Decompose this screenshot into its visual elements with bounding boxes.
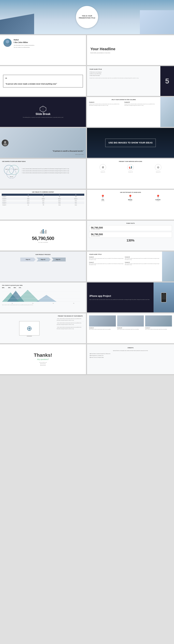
slide-services: PRESENT YOUR SERVICES WITH ICONS 🖥 Servi… — [87, 159, 174, 189]
hero-title-text: THIS IS YOUR PRESENTATION TITLE — [76, 15, 98, 19]
slide-maps: USE VECTOR MAPS TO SHOW DATA 📍 USA 12.00… — [87, 190, 174, 220]
funny-facts-title: FUNNY FACTS — [89, 223, 172, 224]
website-monitor: ⊕ — [2, 316, 57, 341]
svg-text:Title 01: Title 01 — [5, 169, 8, 170]
avatar — [3, 38, 11, 47]
hello-greeting: Hello! — [14, 39, 19, 41]
quote2-attribution: Author name is here — [75, 154, 84, 155]
shape-point-1: Italic is what the slide can demonstrate… — [23, 168, 69, 169]
chart-label-3: No — [53, 303, 54, 304]
fact-box-2: 56,790,500 Your value is presented — [89, 232, 172, 238]
iphone-image — [154, 282, 174, 312]
row-12: Thanks! Any questions? You can find us a… — [0, 344, 174, 375]
quote-mark: " — [5, 77, 81, 82]
row-3: " “A person who never made a mistake nev… — [0, 66, 174, 97]
slide-title1: YOUR SLIDE TITLE ☐ Write here a lot of f… — [87, 66, 174, 96]
three-col-a-title: Content A — [89, 328, 116, 328]
three-col-a-text: Italic is what the slide can demonstrate… — [89, 329, 116, 330]
monitor-frame: ⊕ — [19, 321, 40, 336]
fact-box-1: 56,790,500 Your value is presented — [89, 225, 172, 231]
slide-tables: USE TABLES TO COMPARE CONTENT A B C D — [0, 190, 87, 220]
svg-rect-13 — [43, 229, 44, 234]
slide-three-content: Content A Italic is what the slide can d… — [87, 314, 174, 343]
venn-diagram: Title 01 Title 02 Title 03 — [2, 163, 21, 178]
number-label: Your value is presented — [38, 242, 48, 243]
quote2-text-block: “A picture is worth a thousand words” Au… — [52, 150, 84, 156]
table-row: Content D ipsum dolor Dolce Dolor — [2, 202, 84, 204]
shapes-title: USE SHAPES TO EXPLAIN GREAT IDEAS — [2, 161, 84, 162]
slide-title1-heading: YOUR SLIDE TITLE — [89, 68, 158, 70]
slide-website: ⊕ PRESENT THE DESIGN OF YOUR WEBSITE – I… — [0, 314, 87, 343]
credits-list: ◉ Presentation template designed by Slid… — [90, 353, 171, 358]
headline-title: Your Headline — [90, 47, 171, 51]
svg-text:Title 03: Title 03 — [10, 176, 13, 177]
process-step-1: Steps 01 — [20, 258, 36, 262]
slide-title1-number-box: 5 — [160, 66, 174, 96]
map-europe: 📍 EUROPE 7.0,000 — [156, 195, 161, 201]
iphone-mockup — [161, 292, 167, 302]
credit-item-3: ◉ Vector Icons by Freepick Seller — [90, 356, 171, 358]
map-pin-brasil: 📍 — [128, 195, 133, 199]
map-usa-label: USA — [100, 199, 105, 200]
col-a-title: Content A — [89, 256, 124, 258]
slide-numbers: 56,790,500 Your value is presented — [0, 221, 87, 250]
process-step-3: Steps 03 — [50, 258, 66, 262]
service-item-1: 🖥 Service 01 — [100, 164, 106, 172]
slide-charts: Use charts to present your data 86% 50% … — [0, 282, 87, 312]
slide-title2: YOUR SLIDE TITLE Content A Italic is wha… — [87, 252, 174, 282]
table-row: Content C ipsum lorem ipsum lorem — [2, 200, 84, 202]
four-col-b: Content B Italic is what the slide can d… — [125, 256, 160, 260]
table-header: B — [35, 194, 51, 196]
mountain-chart — [2, 289, 81, 302]
website-point-2: – Italic is what the slide can demonstra… — [57, 322, 84, 326]
row-6: USE SHAPES TO EXPLAIN GREAT IDEAS Title … — [0, 159, 174, 190]
three-col-img-a — [89, 316, 116, 326]
quote1-text: “A person who never made a mistake never… — [5, 83, 81, 85]
website-title: PRESENT THE DESIGN OF YOUR WEBSITE — [57, 316, 84, 316]
svg-text:Title 02: Title 02 — [14, 169, 18, 170]
chart-percent-4: 37% — [19, 287, 21, 288]
presentation-container: THIS IS YOUR PRESENTATION TITLE Hello!I … — [0, 0, 174, 375]
svg-rect-14 — [44, 231, 45, 234]
table-row: Content B Alpha Baldwin Alfonso Balance — [2, 198, 84, 200]
slide-thanks: Thanks! Any questions? You can find us a… — [0, 344, 87, 374]
credits-title: CREDITS — [90, 347, 171, 348]
monitor-stand — [27, 336, 32, 336]
thanks-subtitle: Any questions? — [37, 358, 49, 360]
three-col-img-c — [145, 316, 172, 326]
service-icon-3: ⚙ — [155, 164, 161, 170]
slide-shapes: USE SHAPES TO EXPLAIN GREAT IDEAS Title … — [0, 159, 87, 189]
quote2-text: “A picture is worth a thousand words” — [52, 150, 84, 152]
service-label-2: Service 02 — [127, 172, 134, 172]
list-item: ☐ Write here a lot of features — [89, 72, 158, 73]
col-d-title: Content D — [125, 262, 160, 263]
chart-label-1: No — [12, 303, 13, 304]
map-europe-label: EUROPE — [156, 199, 161, 200]
chart-percent-1: 86% — [2, 287, 4, 288]
hello-text: Hello!I Am John Miller Your Description … — [14, 38, 35, 48]
three-col-c-title: Content C — [145, 328, 172, 328]
col-c-title: Content C — [89, 262, 124, 263]
chart-label-2: Yes — [32, 303, 33, 304]
row-7: USE TABLES TO COMPARE CONTENT A B C D — [0, 190, 174, 221]
three-col-a: Content A Italic is what the slide can d… — [89, 316, 116, 341]
iphone-speaker — [163, 294, 165, 294]
chart-percent-3: 59% — [14, 287, 16, 288]
svg-point-5 — [4, 165, 14, 175]
credits-description: Special thanks to all people who made an… — [90, 350, 171, 352]
hero-right-decoration — [140, 10, 174, 34]
four-col-d: Content D Italic is what the slide can d… — [125, 262, 160, 266]
table-body: Content A 100 200 150 180 Content B Alph… — [2, 196, 84, 206]
row-5: “A picture is worth a thousand words” Au… — [0, 128, 174, 159]
map-usa: 📍 USA 12.000% — [100, 195, 105, 201]
service-icon-2: 📢 — [127, 164, 134, 170]
split-col-a: Content A Content A text is what the sli… — [89, 102, 123, 106]
table-header: C — [51, 194, 67, 196]
svg-rect-11 — [40, 232, 41, 234]
split-image — [160, 97, 174, 127]
chart-label-4: No — [73, 303, 74, 304]
iphone-content: iPhone app Project Italic is what the sl… — [87, 282, 154, 312]
slide-title1-number: 5 — [165, 77, 169, 85]
row-10: Use charts to present your data 86% 50% … — [0, 282, 174, 314]
fact2-number: 56,790,500 — [91, 233, 170, 236]
